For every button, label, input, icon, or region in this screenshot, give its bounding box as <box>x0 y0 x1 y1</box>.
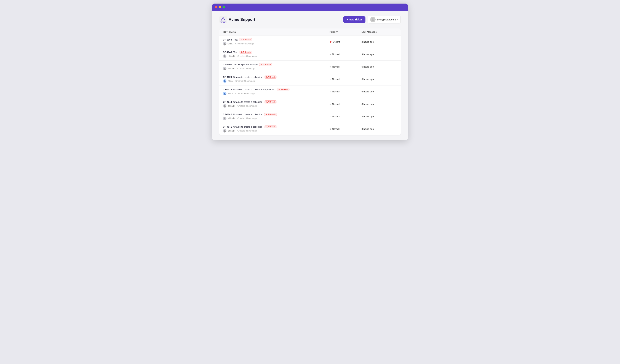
ticket-assignee-name: Ishita B <box>228 117 235 120</box>
last-message-cell: 6 hours ago <box>362 78 397 80</box>
table-row[interactable]: CF-4029 Unable to create a collection SL… <box>219 73 401 86</box>
ticket-main: CF-4029 Unable to create a collection SL… <box>223 76 329 83</box>
assignee-avatar <box>223 79 226 83</box>
assignee-avatar <box>223 117 226 120</box>
ticket-sub-row: Ishita B · Created 8 hours ago <box>223 104 329 108</box>
priority-cell: ≡ Normal <box>329 103 362 106</box>
svg-text:ACME: ACME <box>221 22 225 23</box>
urgent-priority-icon: ⬆ <box>329 40 332 44</box>
separator-dot: · <box>234 92 234 95</box>
svg-point-4 <box>372 18 374 20</box>
chevron-down-icon: ▾ <box>397 18 398 21</box>
ticket-name: Test <box>233 51 238 54</box>
sla-breach-badge: SLA Breach <box>264 113 277 116</box>
ticket-sub-row: Ishita B · Created 8 hours ago <box>223 117 329 120</box>
table-row[interactable]: CF-4043 Unable to create a collection SL… <box>219 98 401 110</box>
minimize-button[interactable] <box>219 6 221 8</box>
header-right: + New Ticket jaynil@clearfeed.ai ▾ <box>343 16 401 23</box>
ticket-id: CF-4042 <box>223 113 232 116</box>
normal-priority-icon: ≡ <box>329 128 331 130</box>
ticket-title-row: CF-4028 Unable to create a collection.re… <box>223 88 329 91</box>
browser-titlebar <box>212 3 408 11</box>
sla-breach-badge: SLA Breach <box>277 88 290 91</box>
priority-cell: ≡ Normal <box>329 128 362 130</box>
ticket-assignee-name: Ishita <box>228 80 233 82</box>
ticket-id: CF-4041 <box>223 125 232 128</box>
ticket-id: CF-4028 <box>223 88 232 91</box>
user-avatar-icon <box>370 17 376 22</box>
table-row[interactable]: CF-4045 Test SLA Breach Ishita B · Creat… <box>219 48 401 61</box>
user-email-label: jaynil@clearfeed.ai <box>377 18 396 21</box>
ticket-name: Unable to create a collection.req test.t… <box>233 88 275 91</box>
ticket-sub-row: Ishita · Created 9 hours ago <box>223 79 329 83</box>
ticket-sub-row: Ishita B · Created 8 hours ago <box>223 129 329 133</box>
ticket-name: Unable to create a collection <box>233 76 263 78</box>
last-message-column-header: Last Message <box>362 30 397 33</box>
ticket-created-time: Created 8 hours ago <box>237 105 257 107</box>
sla-breach-badge: SLA Breach <box>264 76 277 78</box>
normal-priority-icon: ≡ <box>329 53 331 56</box>
ticket-name: Test <box>233 38 238 41</box>
ticket-title-row: CF-4042 Unable to create a collection SL… <box>223 113 329 116</box>
ticket-created-time: Created 9 hours ago <box>235 92 255 95</box>
separator-dot: · <box>236 130 236 132</box>
table-row[interactable]: CF-4028 Unable to create a collection.re… <box>219 86 401 98</box>
table-row[interactable]: CF-3997 Test.Responder essage SLA Breach… <box>219 61 401 73</box>
app-title: Acme Support <box>229 17 255 22</box>
ticket-main: CF-3960 Test SLA Breach ishita · Created… <box>223 38 329 46</box>
ticket-title-row: CF-4041 Unable to create a collection SL… <box>223 125 329 128</box>
normal-priority-icon: ≡ <box>329 103 331 106</box>
ticket-sub-row: Ishita B · Created 4 hours ago <box>223 54 329 58</box>
ticket-name: Unable to create a collection <box>233 125 263 128</box>
ticket-name: Test.Responder essage <box>233 63 258 66</box>
ticket-sub-row: Ishita B · Created a day ago <box>223 67 329 70</box>
ticket-created-time: Created 4 hours ago <box>237 55 257 57</box>
ticket-sub-row: Ishita · Created 9 hours ago <box>223 92 329 95</box>
priority-label: Urgent <box>333 41 340 43</box>
priority-label: Normal <box>332 78 340 80</box>
user-menu[interactable]: jaynil@clearfeed.ai ▾ <box>368 16 401 23</box>
ticket-main: CF-4045 Test SLA Breach Ishita B · Creat… <box>223 51 329 58</box>
table-row[interactable]: CF-4042 Unable to create a collection SL… <box>219 110 401 123</box>
table-row[interactable]: CF-3960 Test SLA Breach ishita · Created… <box>219 36 401 48</box>
ticket-assignee-name: Ishita B <box>228 67 235 70</box>
ticket-id: CF-4043 <box>223 101 232 103</box>
priority-label: Normal <box>332 90 340 93</box>
ticket-assignee-name: ishita <box>228 43 232 45</box>
separator-dot: · <box>236 67 236 70</box>
close-button[interactable] <box>215 6 217 8</box>
ticket-main: CF-4028 Unable to create a collection.re… <box>223 88 329 95</box>
priority-label: Normal <box>332 115 340 118</box>
maximize-button[interactable] <box>223 6 225 8</box>
assignee-avatar <box>223 54 226 58</box>
sla-breach-badge: SLA Breach <box>239 51 252 54</box>
last-message-cell: 3 hours ago <box>362 53 397 56</box>
ticket-assignee-name: Ishita B <box>228 55 235 57</box>
ticket-sub-row: ishita · Created 6 days ago <box>223 42 329 46</box>
assignee-avatar <box>223 129 226 133</box>
ticket-id: CF-4029 <box>223 76 232 78</box>
ticket-count: 98 Ticket(s) <box>223 30 329 33</box>
ticket-main: CF-4042 Unable to create a collection SL… <box>223 113 329 120</box>
priority-label: Normal <box>332 128 340 130</box>
ticket-rows-container: CF-3960 Test SLA Breach ishita · Created… <box>219 36 401 135</box>
normal-priority-icon: ≡ <box>329 65 331 68</box>
ticket-id: CF-3997 <box>223 63 232 66</box>
ticket-title-row: CF-4029 Unable to create a collection SL… <box>223 76 329 78</box>
table-row[interactable]: CF-4041 Unable to create a collection SL… <box>219 123 401 135</box>
separator-dot: · <box>236 117 236 120</box>
sla-breach-badge: SLA Breach <box>259 63 272 66</box>
sla-breach-badge: SLA Breach <box>264 100 277 104</box>
sla-breach-badge: SLA Breach <box>239 38 252 41</box>
priority-cell: ≡ Normal <box>329 90 362 93</box>
ticket-assignee-name: Ishita B <box>228 105 235 107</box>
ticket-title-row: CF-3960 Test SLA Breach <box>223 38 329 41</box>
assignee-avatar <box>223 104 226 108</box>
ticket-created-time: Created 9 hours ago <box>235 80 255 82</box>
ticket-main: CF-4041 Unable to create a collection SL… <box>223 125 329 133</box>
sla-breach-badge: SLA Breach <box>264 125 277 128</box>
new-ticket-button[interactable]: + New Ticket <box>343 16 365 23</box>
normal-priority-icon: ≡ <box>329 78 331 81</box>
priority-label: Normal <box>332 103 340 106</box>
assignee-avatar <box>223 42 226 46</box>
